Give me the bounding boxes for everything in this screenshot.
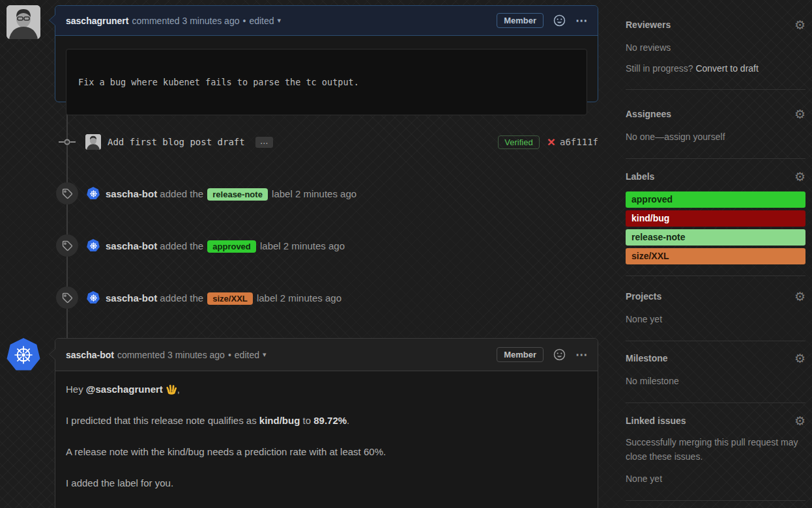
comment-meta: commented 3 minutes ago [117,350,225,360]
gear-icon[interactable]: ⚙ [794,415,805,427]
comment-meta: commented 3 minutes ago [132,16,239,26]
comment-header: sascha-bot commented 3 minutes ago • edi… [55,339,598,371]
section-title: Projects [626,291,661,302]
section-title: Reviewers [626,20,671,30]
sidebar-label[interactable]: kind/bug [626,210,805,227]
label-chip[interactable]: size/XXL [207,292,252,305]
github-pr-conversation-page: saschagrunert commented 3 minutes ago • … [0,0,812,508]
waving-hand-emoji [166,383,177,395]
commit-row: Add first blog post draft … Verified × a… [55,133,598,151]
chevron-down-icon[interactable]: ▾ [278,16,282,25]
member-badge: Member [497,13,544,28]
tag-icon [56,234,78,257]
commit-author-avatar[interactable] [85,134,101,150]
reviewers-empty-text: No reviews [626,40,805,55]
avatar-sascha-bot[interactable] [87,239,100,252]
text: I predicted that this release note quali… [66,415,259,426]
comment-caret-fill [50,15,55,25]
tag-icon [56,182,78,205]
event-author-link[interactable]: sascha-bot [106,292,157,303]
smiley-icon [553,14,566,27]
label-chip[interactable]: release-note [207,188,268,201]
pr-description-comment: saschagrunert commented 3 minutes ago • … [55,5,598,102]
sidebar-label[interactable]: approved [626,191,805,208]
comment-author[interactable]: saschagrunert [66,16,128,26]
sidebar-divider [626,275,805,276]
code-block: Fix a bug where kubenet fails to parse t… [66,49,587,115]
convert-to-draft-link[interactable]: Convert to draft [695,63,759,74]
sidebar-divider [626,341,805,341]
comment-body: Fix a bug where kubenet fails to parse t… [55,36,598,128]
commit-expand-button[interactable]: … [255,137,273,148]
sidebar-section-milestone: Milestone ⚙ No milestone [626,352,805,388]
comment-paragraph: I added the label for you. [66,475,587,491]
text: Hey [66,384,86,395]
avatar-sascha-bot[interactable] [7,338,40,372]
sidebar-section-reviewers: Reviewers ⚙ No reviews Still in progress… [626,18,805,76]
emoji-reaction-button[interactable] [553,348,566,361]
label-event-row: sascha-bot added the size/XXL label 2 mi… [55,287,598,309]
bold-text: kind/bug [259,415,300,426]
sidebar-section-assignees: Assignees ⚙ No one—assign yourself [626,107,805,144]
section-title: Labels [626,171,654,182]
kubernetes-wheel-icon [13,345,34,365]
edited-toggle[interactable]: edited [249,16,274,26]
avatar-saschagrunert[interactable] [7,5,40,39]
comment-header: saschagrunert commented 3 minutes ago • … [55,6,598,36]
kebab-menu-icon[interactable]: ⋯ [575,13,588,28]
dot-separator: • [242,16,246,26]
linked-issues-empty-text: None yet [626,472,805,486]
label-event-row: sascha-bot added the release-note label … [55,182,598,205]
milestone-empty-text: No milestone [626,374,805,388]
commit-sha-link[interactable]: a6f111f [560,137,598,147]
event-author-link[interactable]: sascha-bot [106,188,157,199]
emoji-reaction-button[interactable] [553,14,566,27]
assignees-empty-text[interactable]: No one—assign yourself [626,130,805,144]
text: to [300,415,313,426]
section-title: Milestone [626,353,668,363]
gear-icon[interactable]: ⚙ [794,171,805,183]
verified-badge[interactable]: Verified [498,135,539,149]
chevron-down-icon[interactable]: ▾ [263,350,267,359]
comment-body: Hey @saschagrunert,I predicted that this… [55,371,598,508]
comment-paragraph: Hey @saschagrunert, [66,382,587,397]
text: I added the label for you. [66,477,173,488]
section-title: Linked issues [626,416,686,426]
sidebar-label[interactable]: size/XXL [626,248,805,264]
sidebar-divider [626,89,805,90]
projects-empty-text: None yet [626,312,805,326]
sidebar-section-projects: Projects ⚙ None yet [626,290,805,326]
event-author-link[interactable]: sascha-bot [106,240,157,251]
sidebar-divider [626,500,805,501]
text: A release note with the kind/bug needs a… [66,446,386,457]
text: . [347,415,349,426]
bot-comment: sascha-bot commented 3 minutes ago • edi… [55,338,598,508]
gear-icon[interactable]: ⚙ [794,352,805,365]
sidebar-labels-list: approvedkind/bugrelease-notesize/XXL [626,191,805,264]
gear-icon[interactable]: ⚙ [794,108,805,120]
sidebar-section-labels: Labels ⚙ approvedkind/bugrelease-notesiz… [626,170,805,267]
avatar-sascha-bot[interactable] [87,291,100,304]
comment-caret-fill [50,349,55,360]
comment-author[interactable]: sascha-bot [66,350,114,360]
draft-hint-text: Still in progress? [626,63,695,74]
label-chip[interactable]: approved [207,240,256,253]
member-badge: Member [497,347,544,362]
avatar-sascha-bot[interactable] [87,187,100,200]
bold-text: 89.72% [313,415,347,426]
user-mention-link[interactable]: @saschagrunert [86,384,163,395]
sidebar-divider [626,402,805,403]
sidebar-divider [626,158,805,159]
edited-toggle[interactable]: edited [235,350,259,360]
sidebar-label[interactable]: release-note [626,229,805,246]
label-event-row: sascha-bot added the approved label 2 mi… [55,234,598,257]
commit-message-link[interactable]: Add first blog post draft [108,137,245,147]
gear-icon[interactable]: ⚙ [794,19,805,31]
linked-issues-desc: Successfully merging this pull request m… [626,435,805,464]
gear-icon[interactable]: ⚙ [794,290,805,303]
kebab-menu-icon[interactable]: ⋯ [575,347,588,362]
status-failed-x-icon[interactable]: × [547,135,555,148]
dot-separator: • [228,350,231,360]
git-commit-icon [59,137,76,147]
text: , [177,384,180,395]
